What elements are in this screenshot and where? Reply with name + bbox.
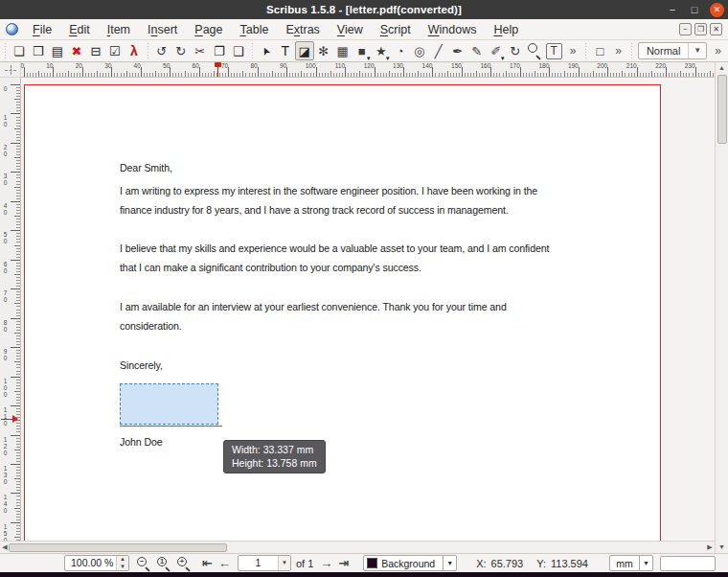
insert-shape-icon[interactable]: ■▼ [353, 41, 372, 60]
insert-table-icon[interactable]: ▦ [333, 41, 353, 60]
insert-spiral-icon[interactable]: ◎ [410, 41, 429, 60]
vruler-label: 130 [2, 465, 9, 485]
current-page-value[interactable]: 1 [239, 556, 278, 570]
insert-render-frame-icon[interactable]: ✻ [314, 41, 333, 60]
menu-page[interactable]: Page [186, 21, 231, 38]
hruler-label: 210 [625, 62, 637, 69]
mdi-minimize-icon[interactable]: − [679, 23, 692, 35]
scroll-up-icon[interactable]: ▲ [716, 62, 728, 74]
close-window-icon[interactable]: ✕ [710, 3, 724, 17]
toolbar-overflow-icon[interactable]: » [564, 44, 582, 58]
menu-windows[interactable]: Windows [420, 21, 486, 38]
document-page[interactable]: Dear Smith,I am writing to express my in… [24, 84, 661, 541]
menu-item[interactable]: Item [99, 21, 139, 38]
vertical-scrollbar-thumb[interactable] [717, 75, 727, 144]
vruler-label: 90 [2, 348, 9, 361]
redo-icon[interactable]: ↻ [171, 41, 191, 60]
maximize-window-icon[interactable]: □ [688, 4, 701, 15]
image-frame-selection[interactable] [120, 383, 218, 425]
insert-arc-icon[interactable]: ◔ [391, 41, 410, 60]
toolbar-overflow-icon[interactable]: » [709, 44, 727, 58]
scroll-down-icon[interactable]: ▼ [716, 542, 728, 553]
save-icon[interactable]: ▤ [48, 41, 67, 60]
page-spinner-arrow[interactable]: ▼ [278, 556, 290, 570]
canvas[interactable]: Dear Smith,I am writing to express my in… [21, 78, 715, 541]
insert-freehand-line-icon[interactable]: ✎ [467, 41, 487, 60]
hruler-label: 20 [70, 62, 82, 69]
vruler-label: 120 [2, 436, 9, 456]
insert-bezier-curve-icon[interactable]: ✒ [448, 41, 467, 60]
copy-icon[interactable]: ❐ [210, 41, 229, 60]
insert-image-frame-icon[interactable]: ◪ [295, 41, 314, 60]
next-page-button[interactable]: → [317, 556, 335, 570]
rotate-item-icon[interactable]: ↻ [506, 41, 525, 60]
vruler-label: 150 [2, 523, 9, 541]
layer-select[interactable]: Background [363, 555, 444, 571]
story-editor-icon[interactable]: T [546, 43, 562, 59]
ruler-origin[interactable] [0, 62, 21, 78]
menu-script[interactable]: Script [372, 21, 420, 38]
menu-help[interactable]: Help [485, 21, 527, 38]
print-icon[interactable]: ⊟ [86, 41, 105, 60]
mdi-close-icon[interactable]: ✕ [710, 23, 722, 35]
zoom-out-button[interactable]: − [135, 556, 151, 571]
menu-file[interactable]: File [24, 21, 60, 38]
toolbar-handle [629, 43, 634, 58]
horizontal-ruler[interactable]: 0102030405060708090100110120130140150160… [21, 62, 715, 78]
vertical-ruler[interactable]: 0102030405060708090100110120130140150 [0, 78, 21, 541]
scribus-logo-icon [6, 23, 18, 35]
zoom-in-button[interactable]: + [175, 556, 192, 571]
menu-view[interactable]: View [329, 21, 372, 38]
horizontal-scrollbar[interactable]: ◀ ▶ [0, 541, 715, 553]
paste-icon[interactable]: ❑ [229, 41, 248, 60]
horizontal-scrollbar-thumb[interactable] [9, 543, 227, 552]
close-icon[interactable]: ✖ [67, 41, 86, 60]
hruler-label: 220 [653, 62, 666, 69]
zoom-default-button[interactable]: 1 [155, 556, 171, 571]
current-page-spinbox[interactable]: 1 ▼ [238, 555, 291, 571]
size-tooltip: Width: 33.337 mm Height: 13.758 mm [223, 440, 326, 473]
toolbar-handle [3, 43, 8, 58]
unit-value: mm [616, 558, 633, 569]
hruler-label: 120 [362, 62, 375, 69]
cut-icon[interactable]: ✂ [191, 41, 210, 60]
zoom-spinner-arrows[interactable]: ▲▼ [116, 556, 128, 570]
menu-insert[interactable]: Insert [139, 21, 186, 38]
insert-text-frame-icon[interactable]: T [276, 41, 295, 60]
pdf-push-button-icon[interactable]: □ [590, 41, 609, 60]
layer-select-arrow-icon[interactable]: ▼ [444, 555, 457, 571]
preview-quality-value: Normal [639, 45, 688, 57]
open-document-icon[interactable]: ❒ [29, 41, 48, 60]
unit-select[interactable]: mm [609, 555, 640, 571]
export-pdf-icon[interactable]: λ [125, 41, 144, 60]
zoom-level-spinbox[interactable]: 100.00 % ▲▼ [64, 555, 129, 571]
unit-select-arrow-icon[interactable]: ▼ [640, 555, 653, 571]
menu-extras[interactable]: Extras [277, 21, 328, 38]
undo-icon[interactable]: ↺ [152, 41, 171, 60]
preview-quality-select[interactable]: Normal▼ [638, 42, 707, 59]
mdi-restore-icon[interactable]: ❐ [694, 23, 707, 35]
zoom-level-value[interactable]: 100.00 % [65, 556, 116, 570]
toolbar-overflow-icon[interactable]: » [609, 44, 627, 58]
scroll-right-icon[interactable]: ▶ [705, 542, 715, 553]
minimize-window-icon[interactable]: − [666, 4, 679, 15]
menu-edit[interactable]: Edit [60, 21, 99, 38]
status-text-field[interactable] [660, 556, 716, 571]
hruler-label: 130 [391, 62, 403, 69]
vruler-label: 20 [2, 144, 9, 157]
zoom-tool-icon[interactable] [525, 41, 544, 60]
preflight-verifier-icon[interactable]: ☑ [105, 41, 125, 60]
insert-line-icon[interactable]: ╱ [429, 41, 448, 60]
hruler-label: 200 [595, 62, 607, 69]
last-page-button[interactable]: ⇥ [335, 556, 352, 570]
previous-page-button[interactable]: ← [216, 556, 234, 570]
new-document-icon[interactable]: ❏ [10, 41, 29, 60]
select-item-icon[interactable]: ➤ [257, 41, 276, 60]
menu-table[interactable]: Table [232, 21, 278, 38]
insert-calligraphic-line-icon[interactable]: ✐▼ [487, 41, 506, 60]
first-page-button[interactable]: ⇤ [199, 556, 216, 570]
hruler-label: 80 [245, 62, 258, 69]
insert-polygon-icon[interactable]: ★▼ [372, 41, 391, 60]
vertical-scrollbar[interactable]: ▲ ▼ [715, 62, 728, 553]
tooltip-height: Height: 13.758 mm [232, 456, 317, 470]
